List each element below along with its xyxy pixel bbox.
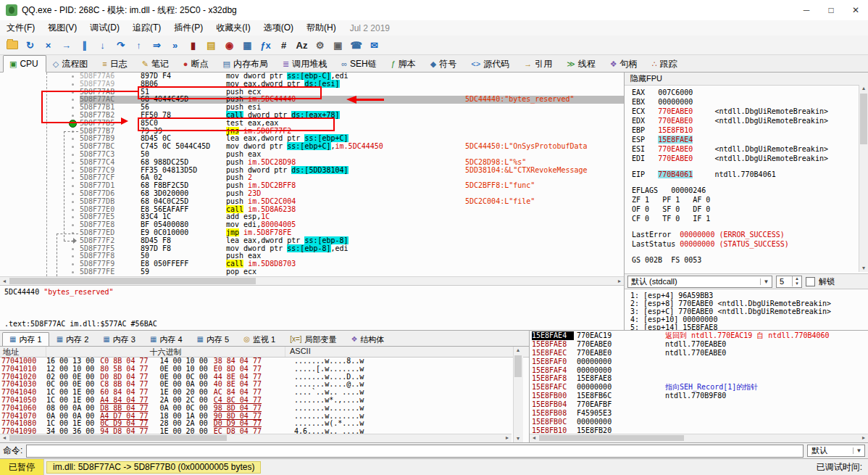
argument-count-stepper[interactable]: 5 ▲▼ (776, 276, 802, 288)
dump-row[interactable]: 7704106008 00 0A 00D8 8B 04 770A 00 0C 0… (1, 405, 529, 413)
stack-row[interactable]: 15E8FAFC00000000指向SEH_Record[1]的指针 (532, 383, 868, 392)
tab-watch1[interactable]: ◎监视 1 (236, 332, 283, 347)
stack-row[interactable]: 15E8FB08F45905E3 (532, 409, 868, 418)
unlock-checkbox[interactable] (806, 277, 815, 286)
disasm-row[interactable]: 5D8F77F28D45 F8lea eax,dword ptr ss:[ebp… (0, 237, 624, 245)
tab-symbols[interactable]: ◆符号 (424, 55, 464, 73)
register-line[interactable]: LastError 00000000 (ERROR_SUCCESS) (632, 230, 859, 239)
toolbar-report-bug-button[interactable]: ☎ (347, 37, 365, 54)
toolbar-animate-button[interactable]: » (166, 37, 184, 54)
minimize-button[interactable]: ─ (794, 0, 819, 20)
scrollbar-thumb[interactable] (9, 278, 256, 284)
menu-item-1[interactable]: 文件(F) (0, 22, 41, 33)
disassembly-view[interactable]: 5D8F77A6897D F4mov dword ptr ss:[ebp-C],… (0, 73, 624, 276)
close-button[interactable]: ✕ (843, 0, 868, 20)
stack-horizontal-scrollbar[interactable]: ◂ ▸ (530, 434, 868, 442)
register-line[interactable]: EIP 770B4061 ntdll.770B4061 (632, 170, 859, 179)
scroll-right-button[interactable]: ▸ (615, 277, 624, 285)
toolbar-chat-button[interactable]: ✉ (365, 37, 383, 54)
stack-row[interactable]: 15E8FAE8770EABE0ntdll.770EABE0 (532, 340, 868, 349)
toolbar-trace-record-button[interactable]: ▮ (184, 37, 202, 54)
menu-item-5[interactable]: 插件(P) (167, 22, 209, 33)
scrollbar-thumb[interactable] (860, 94, 867, 144)
tab-trace[interactable]: ∴跟踪 (646, 55, 685, 73)
menu-item-3[interactable]: 调试(D) (83, 22, 126, 33)
stack-row[interactable]: 15E8FB0C00000000 (532, 418, 868, 426)
scroll-up-button[interactable]: ▴ (514, 347, 522, 354)
toolbar-notes-button[interactable]: ▤ (202, 37, 220, 54)
scroll-right-button[interactable]: ▸ (859, 434, 868, 442)
register-line[interactable]: EFLAGS 00000246 (632, 186, 859, 195)
tab-struct[interactable]: ❖结构体 (344, 332, 392, 347)
scroll-left-button[interactable]: ◂ (0, 434, 9, 442)
tab-references[interactable]: →引用 (517, 55, 560, 73)
toolbar-open-file-button[interactable] (3, 37, 21, 54)
hide-fpu-button[interactable]: 隐藏FPU (625, 73, 868, 86)
calling-convention-select[interactable]: 默认 (stdcall) ▼ (627, 276, 772, 288)
stack-row[interactable]: 15E8FB04770EAFBF (532, 400, 868, 409)
toolbar-step-over-button[interactable]: ↷ (112, 37, 130, 54)
stack-row[interactable]: 15E8FB0015E8FB6Cntdll.770B9F80 (532, 392, 868, 400)
tab-handles[interactable]: ❖句柄 (604, 55, 646, 73)
tab-dump1[interactable]: ▦内存 1 (2, 332, 49, 347)
disasm-row[interactable]: 5D8F77DB68 04C0C25Dpush im.5DC2C0045DC2C… (0, 198, 624, 206)
register-line[interactable]: ZF 1 PF 1 AF 0 (632, 195, 859, 205)
toolbar-breakpoints-button[interactable]: ◉ (220, 37, 238, 54)
maximize-button[interactable]: □ (819, 0, 843, 20)
register-line[interactable]: OF 0 SF 0 DF 0 (632, 205, 859, 214)
toolbar-functions-button[interactable]: ƒx (256, 37, 275, 54)
scrollbar-thumb[interactable] (514, 355, 522, 377)
tab-source[interactable]: <>源代码 (464, 55, 517, 73)
register-line[interactable]: CF 0 TF 0 IF 1 (632, 214, 859, 223)
tab-dump3[interactable]: ▦内存 3 (96, 332, 143, 347)
toolbar-cpu-chip-button[interactable]: ▣ (329, 37, 347, 54)
register-line[interactable]: EBP 15E8FB10 (632, 125, 859, 135)
scroll-up-button[interactable]: ▴ (859, 85, 868, 92)
tab-dump2[interactable]: ▦内存 2 (49, 332, 96, 347)
tab-log[interactable]: ≡日志 (96, 55, 135, 73)
toolbar-run-button[interactable]: → (57, 37, 75, 54)
register-line[interactable]: EDI 770EABE0 <ntdll.DbgUiRemoteBreakin> (632, 154, 859, 163)
scroll-right-button[interactable]: ▸ (503, 434, 512, 442)
command-script-select[interactable]: 默认 ▼ (807, 445, 865, 457)
register-line[interactable]: ECX 770EABE0 <ntdll.DbgUiRemoteBreakin> (632, 107, 859, 116)
tab-cpu[interactable]: ▣CPU (3, 55, 46, 73)
register-line[interactable]: ESP 15E8FAE4 (632, 135, 859, 144)
toolbar-step-out-button[interactable]: ↑ (130, 37, 148, 54)
register-line[interactable]: EDX 770EABE0 <ntdll.DbgUiRemoteBreakin> (632, 116, 859, 125)
tab-seh-chain[interactable]: ∞SEH链 (335, 55, 385, 73)
scrollbar-thumb[interactable] (9, 435, 227, 441)
register-scrollbar[interactable]: ▴ ▾ (859, 85, 868, 272)
scrollbar-thumb[interactable] (539, 435, 684, 441)
disasm-row[interactable]: 5D8F77C468 988DC25Dpush im.5DC28D985DC28… (0, 159, 624, 167)
tab-dump4[interactable]: ▦内存 4 (143, 332, 190, 347)
tab-threads[interactable]: ≫线程 (560, 55, 604, 73)
register-line[interactable]: EBX 00000000 (632, 97, 859, 107)
tab-graph[interactable]: ◇流程图 (46, 55, 96, 73)
register-line[interactable]: GS 002B FS 0053 (632, 255, 859, 265)
stack-row[interactable]: 15E8FAF400000000 (532, 366, 868, 375)
stack-row[interactable]: 15E8FAF000000000 (532, 358, 868, 366)
menu-item-8[interactable]: 帮助(H) (300, 22, 343, 33)
toolbar-pause-button[interactable]: ∥ (75, 37, 93, 54)
toolbar-run-to-user-code-button[interactable]: ⇒ (148, 37, 166, 54)
toolbar-restart-button[interactable]: ↻ (21, 37, 39, 54)
tab-dump5[interactable]: ▦内存 5 (190, 332, 237, 347)
tab-notes[interactable]: ✎笔记 (135, 55, 177, 73)
disasm-row[interactable]: 5D8F77FE59pop ecx (0, 268, 624, 276)
scroll-left-button[interactable]: ◂ (0, 277, 9, 285)
dump-horizontal-scrollbar[interactable]: ◂ ▸ (0, 434, 512, 442)
stack-row[interactable]: 15E8FAE4770EAC19返回到 ntdll.770EAC19 自 ntd… (532, 331, 868, 340)
scroll-left-button[interactable]: ◂ (530, 434, 538, 442)
command-input[interactable] (26, 445, 804, 458)
stack-row[interactable]: 15E8FAF815E8FAE8 (532, 374, 868, 383)
register-line[interactable]: EAX 007C6000 (632, 88, 859, 97)
tab-memory-map[interactable]: ▤内存布局 (217, 55, 276, 73)
toolbar-strings-button[interactable]: Az (293, 37, 311, 54)
dump-vertical-scrollbar[interactable]: ▴ ▾ (513, 347, 523, 442)
toolbar-preferences-button[interactable]: ⚙ (311, 37, 329, 54)
scroll-down-button[interactable]: ▾ (859, 265, 868, 272)
tab-script[interactable]: ƒ脚本 (385, 55, 424, 73)
dump-row[interactable]: 7704101012 00 10 0080 5B 04 770E 00 10 0… (1, 365, 529, 373)
scroll-down-button[interactable]: ▾ (514, 435, 522, 442)
